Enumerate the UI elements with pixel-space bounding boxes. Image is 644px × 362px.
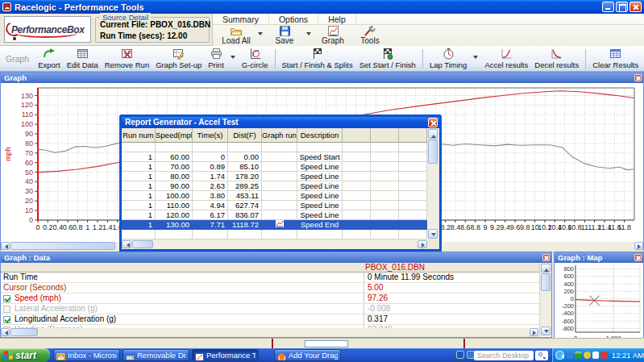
table-row[interactable]: 1130.007.711118.72Speed End [122, 220, 427, 230]
table-row[interactable]: 190.002.63289.25Speed Line [122, 181, 427, 191]
toolbar-accel-results[interactable]: Accel results [481, 47, 531, 71]
table-row[interactable] [122, 230, 427, 239]
dialog-horizontal-scrollbar[interactable] [122, 239, 427, 249]
data-vertical-scrollbar[interactable] [539, 263, 551, 336]
message-bubble-icon[interactable] [592, 352, 600, 359]
toolbar-edit-data[interactable]: Edit Data [64, 47, 102, 71]
table-row[interactable]: 1110.004.94627.74Speed Line [122, 201, 427, 210]
table-header-row: Run numSpeed(mph)Time(s)Dist(F)Graph run… [122, 128, 427, 143]
data-row-run-time[interactable]: Run Time0 Minute 11.99 Seconds [1, 273, 539, 283]
scroll-right-button[interactable] [634, 242, 643, 250]
scroll-thumb[interactable] [10, 328, 38, 336]
task-label: Add Your Drag Racin... [289, 351, 338, 360]
dropdown-caret-icon[interactable] [473, 56, 478, 61]
toolbar-g-circle[interactable]: G-circle [239, 47, 272, 71]
start-button[interactable]: start [0, 348, 50, 362]
maximize-button[interactable] [616, 2, 628, 12]
file-tool-graph[interactable]: Graph [314, 25, 351, 45]
scroll-thumb[interactable] [541, 273, 551, 291]
dropdown-caret-icon[interactable] [258, 32, 263, 38]
task-performance-tools[interactable]: Performance Tools [192, 349, 259, 361]
channel-value: 0.317 [364, 314, 539, 324]
tray-icon[interactable] [567, 352, 574, 359]
toolbar-label: G-circle [242, 61, 268, 69]
close-icon[interactable] [542, 254, 550, 261]
scroll-thumb[interactable] [10, 242, 115, 250]
task-inbox-microsoft-out-[interactable]: Inbox - Microsoft Out... [53, 349, 120, 361]
data-row-speed-mph-[interactable]: Speed (mph)97.26 [1, 293, 539, 304]
toolbar-clear-results[interactable]: Clear Results [589, 47, 642, 71]
signal-bars-icon[interactable] [575, 352, 582, 359]
dialog-vertical-scrollbar[interactable] [427, 128, 439, 239]
toolbar-lap-timing[interactable]: Lap Timing [426, 47, 470, 71]
scroll-down-button[interactable] [541, 327, 551, 335]
table-row[interactable] [122, 143, 427, 152]
file-tool-load-all[interactable]: Load All [218, 25, 255, 45]
scroll-left-button[interactable] [122, 240, 131, 248]
toolbar-label: Graph Set-up [156, 61, 202, 69]
minimize-button[interactable] [602, 2, 614, 12]
search-icon [538, 352, 542, 356]
menu-help[interactable]: Help [318, 14, 356, 25]
table-cell: 2.63 [193, 181, 228, 191]
file-tool-save[interactable]: Save [266, 25, 303, 45]
dropdown-caret-icon[interactable] [231, 56, 235, 61]
scroll-down-button[interactable] [428, 229, 438, 239]
dropdown-caret-icon[interactable] [306, 32, 311, 38]
data-row-lateral-acceleration-g-[interactable]: Lateral Acceleration (g)-0.008 [1, 304, 539, 314]
scroll-left-button[interactable] [1, 242, 10, 250]
task-removable-disk-p-[interactable]: Removable Disk (P:) [123, 349, 189, 361]
scroll-right-button[interactable] [530, 328, 538, 336]
task-add-your-drag-racin-[interactable]: Add Your Drag Racin... [274, 349, 341, 361]
header-bar: PerformanceBox Source Detail Current Fil… [0, 14, 644, 46]
toolbar-start-finish-splits[interactable]: Start / Finish & Splits [279, 47, 356, 71]
current-file-text: Current File: PBOX_016.DBN [100, 20, 210, 29]
scroll-up-button[interactable] [428, 129, 438, 139]
tray-icon[interactable] [600, 352, 608, 359]
search-desktop-input[interactable]: Search Desktop [474, 351, 534, 360]
table-row[interactable]: 1100.003.80453.11Speed Line [122, 191, 427, 201]
close-icon[interactable] [634, 74, 642, 81]
scroll-left-button[interactable] [1, 328, 10, 336]
channel-checkbox[interactable] [3, 295, 10, 302]
table-row[interactable]: 160.0000.00Speed Start [122, 152, 427, 162]
toolbar-print[interactable]: Print [205, 47, 227, 71]
svg-text:9: 9 [483, 223, 487, 231]
scroll-thumb[interactable] [132, 240, 153, 248]
table-row[interactable]: 1120.006.17836.07Speed Line [122, 210, 427, 220]
toolbar-graph-set-up[interactable]: Graph Set-up [152, 47, 205, 71]
channel-checkbox[interactable] [3, 316, 10, 323]
table-cell [399, 181, 427, 191]
remove-run-icon [121, 48, 133, 60]
menu-options[interactable]: Options [269, 14, 318, 25]
windows-flag-icon [4, 351, 13, 360]
scroll-up-button[interactable] [541, 264, 551, 273]
toolbar-label: Set Start / Finish [359, 61, 416, 69]
toolbar-set-start-finish[interactable]: Set Start / Finish [356, 47, 419, 71]
toolbar-export[interactable]: Export [35, 47, 63, 71]
dialog-titlebar[interactable]: Report Generator - Accel Test [122, 117, 439, 128]
toolbar-decel-results[interactable]: Decel results [531, 47, 582, 71]
scroll-right-button[interactable] [418, 240, 427, 248]
toolbar-remove-run[interactable]: Remove Run [102, 47, 152, 71]
file-tool-tools[interactable]: Tools [351, 25, 388, 45]
tray-chevron-icon[interactable] [555, 351, 564, 360]
channel-checkbox[interactable] [3, 306, 10, 313]
close-button[interactable] [629, 2, 642, 12]
table-row[interactable]: 170.000.8985.10Speed Line [122, 162, 427, 172]
data-row-cursor-seconds-[interactable]: Cursor (Seconds)5.00 [1, 283, 539, 293]
search-button[interactable] [535, 351, 548, 360]
close-icon[interactable] [634, 254, 642, 261]
close-icon[interactable] [428, 118, 438, 127]
scroll-thumb[interactable] [428, 139, 438, 164]
table-row[interactable]: 180.001.74178.20Speed Line [122, 172, 427, 181]
map-chart[interactable]: -800-600-400-200020040060080001,000 [555, 263, 643, 346]
table-cell: 1 [122, 220, 156, 230]
toolbar-separator [585, 49, 586, 69]
table-cell: 1 [122, 201, 156, 210]
taskbar-badge-icon[interactable] [456, 351, 464, 359]
data-horizontal-scrollbar[interactable] [1, 328, 539, 337]
menu-summary[interactable]: Summary [213, 14, 269, 25]
tray-icon[interactable] [584, 352, 591, 359]
data-row-longitudinal-acceleration-g-[interactable]: Longitudinal Acceleration (g)0.317 [1, 314, 539, 325]
